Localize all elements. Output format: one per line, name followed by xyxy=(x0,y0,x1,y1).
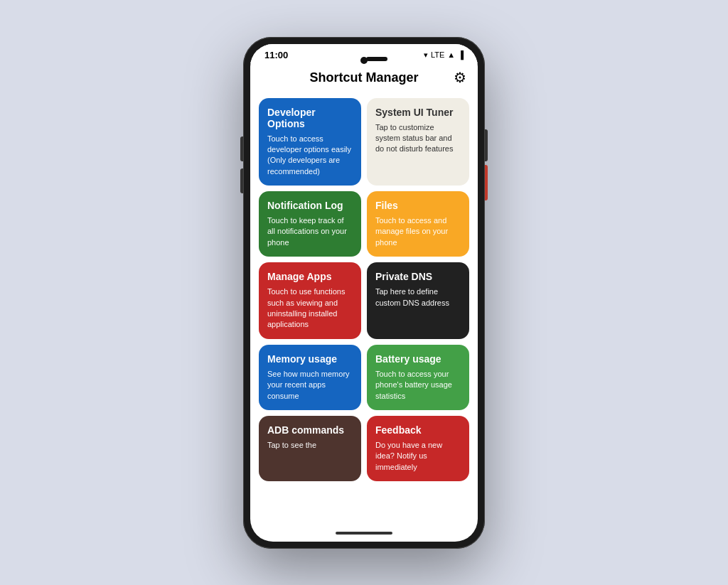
content-scroll[interactable]: Developer Options Touch to access develo… xyxy=(250,92,478,527)
card-memory-usage-title: Memory usage xyxy=(267,353,353,365)
card-feedback-title: Feedback xyxy=(375,424,461,436)
vol-up-button[interactable] xyxy=(240,136,243,161)
side-button[interactable] xyxy=(485,165,488,200)
card-files-desc: Touch to access and manage files on your… xyxy=(375,215,461,248)
status-time: 11:00 xyxy=(264,50,288,60)
card-notification-log-title: Notification Log xyxy=(267,200,353,211)
signal-icon: ▲ xyxy=(447,50,455,59)
lte-label: LTE xyxy=(431,50,444,59)
card-notification-log[interactable]: Notification Log Touch to keep track of … xyxy=(259,191,361,257)
card-system-ui-tuner-desc: Tap to customize system status bar and d… xyxy=(375,122,461,155)
speaker-notch xyxy=(366,57,387,61)
card-system-ui-tuner[interactable]: System UI Tuner Tap to customize system … xyxy=(367,98,469,186)
card-battery-usage-desc: Touch to access your phone's battery usa… xyxy=(375,369,461,402)
card-manage-apps-desc: Touch to use functions such as viewing a… xyxy=(267,286,353,331)
card-developer-options-desc: Touch to access developer options easily… xyxy=(267,134,353,178)
card-manage-apps[interactable]: Manage Apps Touch to use functions such … xyxy=(259,262,361,339)
card-files[interactable]: Files Touch to access and manage files o… xyxy=(367,191,469,257)
card-memory-usage[interactable]: Memory usage See how much memory your re… xyxy=(259,345,361,410)
card-private-dns-desc: Tap here to define custom DNS address xyxy=(375,286,461,308)
power-button[interactable] xyxy=(485,129,488,161)
card-developer-options-title: Developer Options xyxy=(267,107,353,129)
card-private-dns[interactable]: Private DNS Tap here to define custom DN… xyxy=(367,262,469,339)
card-battery-usage[interactable]: Battery usage Touch to access your phone… xyxy=(367,345,469,410)
card-battery-usage-title: Battery usage xyxy=(375,353,461,365)
wifi-icon: ▾ xyxy=(424,50,428,60)
card-manage-apps-title: Manage Apps xyxy=(267,271,353,282)
card-files-title: Files xyxy=(375,200,461,211)
card-adb-commands-desc: Tap to see the xyxy=(267,440,353,451)
phone-screen: 11:00 ▾ LTE ▲ ▐ Shortcut Manager ⚙ Devel… xyxy=(250,44,478,542)
phone-device: 11:00 ▾ LTE ▲ ▐ Shortcut Manager ⚙ Devel… xyxy=(243,37,485,549)
settings-icon[interactable]: ⚙ xyxy=(454,69,466,86)
battery-icon: ▐ xyxy=(458,50,464,59)
card-adb-commands[interactable]: ADB commands Tap to see the xyxy=(259,416,361,481)
card-adb-commands-title: ADB commands xyxy=(267,424,353,436)
card-feedback[interactable]: Feedback Do you have a new idea? Notify … xyxy=(367,416,469,481)
card-memory-usage-desc: See how much memory your recent apps con… xyxy=(267,369,353,402)
card-notification-log-desc: Touch to keep track of all notifications… xyxy=(267,215,353,248)
card-developer-options[interactable]: Developer Options Touch to access develo… xyxy=(259,98,361,186)
top-bar: Shortcut Manager ⚙ xyxy=(250,63,478,92)
card-private-dns-title: Private DNS xyxy=(375,271,461,282)
home-indicator[interactable] xyxy=(336,532,392,535)
bottom-bar xyxy=(250,527,478,542)
card-feedback-desc: Do you have a new idea? Notify us immedi… xyxy=(375,440,461,473)
page-title: Shortcut Manager xyxy=(309,70,418,85)
card-system-ui-tuner-title: System UI Tuner xyxy=(375,107,461,118)
status-icons: ▾ LTE ▲ ▐ xyxy=(424,50,464,60)
vol-down-button[interactable] xyxy=(240,168,243,193)
cards-grid: Developer Options Touch to access develo… xyxy=(259,98,469,482)
